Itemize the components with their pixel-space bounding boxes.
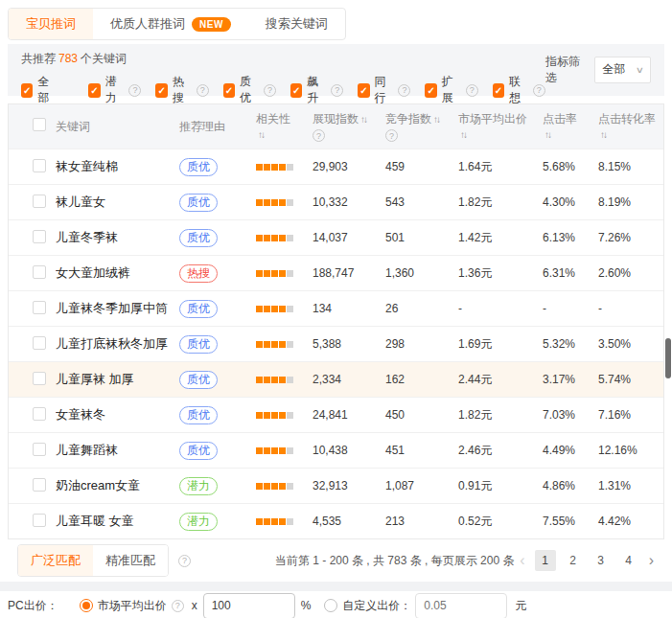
exact-match-button[interactable]: 精准匹配 [93,545,168,576]
help-icon[interactable]: ? [385,129,398,142]
radio-unselected-icon[interactable] [324,599,337,612]
help-icon[interactable]: ? [197,84,209,97]
competition-value: 213 [385,515,458,528]
filter-checkbox-item[interactable]: ✓ 扩展 ? [425,74,477,106]
keyword-count: 783 [58,52,78,65]
help-icon[interactable]: ? [533,84,545,97]
row-checkbox-cell [33,478,56,494]
custom-bid-option[interactable]: 自定义出价： [324,598,411,614]
tab-item-search-keywords[interactable]: 搜索关键词 [248,9,345,39]
page-number-list: 1 2 3 4 [535,550,639,571]
radio-selected-icon[interactable] [80,599,93,612]
broad-match-button[interactable]: 广泛匹配 [18,545,93,576]
table-row[interactable]: 儿童厚袜 加厚 质优 2,334 162 2.44元 3.17% 5.74% [9,361,663,397]
checkbox-checked-icon[interactable]: ✓ [290,83,302,98]
reason-cell: 质优 [179,371,256,389]
row-checkbox[interactable] [33,514,46,527]
market-bid-option[interactable]: 市场平均出价 ? [80,598,184,614]
table-row[interactable]: 奶油cream女童 潜力 32,913 1,087 0.91元 4.86% 1.… [9,468,663,503]
sort-icon[interactable]: ↑↓ [545,129,550,140]
checkbox-checked-icon[interactable]: ✓ [358,83,369,98]
relevance-bars [256,341,293,348]
filter-checkbox-item[interactable]: ✓ 全部 ? [21,74,74,106]
reason-tag: 潜力 [179,513,218,531]
ctr-value: 4.86% [543,479,598,492]
row-checkbox[interactable] [33,159,46,172]
filter-checkbox-item[interactable]: ✓ 飙升 ? [290,74,343,106]
relevance-bars [256,235,293,241]
tab-item-crowd-keywords[interactable]: 优质人群推词 NEW [93,9,248,39]
page-number[interactable]: 4 [618,550,639,571]
table-row[interactable]: 儿童袜冬季加厚中筒 质优 134 26 - - - [9,290,663,326]
avg-bid-value: 0.91元 [458,478,543,494]
table-row[interactable]: 女大童加绒裤 热搜 188,747 1,360 1.36元 6.31% 2.60… [9,255,663,290]
help-icon[interactable]: ? [172,600,184,612]
tab-item-product-keywords[interactable]: 宝贝推词 [9,9,93,39]
row-checkbox[interactable] [33,478,46,492]
relevance-bars [256,483,293,490]
prev-page-icon[interactable]: ‹ [517,551,527,570]
page-number[interactable]: 1 [535,550,556,571]
relevance-bars [256,412,293,419]
help-icon[interactable]: ? [264,84,276,97]
row-checkbox[interactable] [33,195,46,208]
filter-checkbox-item[interactable]: ✓ 热搜 ? [155,74,208,106]
help-icon[interactable]: ? [331,84,343,97]
impression-value: 24,841 [313,408,385,422]
market-bid-percent-input[interactable] [203,593,295,618]
table-row[interactable]: 袜儿童女 质优 10,332 543 1.82元 4.30% 8.19% [9,184,663,219]
next-page-icon[interactable]: › [646,551,657,570]
sort-icon[interactable]: ↑↓ [433,114,439,125]
select-all-checkbox[interactable] [33,118,46,131]
impression-value: 10,438 [313,444,385,457]
checkbox-checked-icon[interactable]: ✓ [493,83,504,98]
page-number[interactable]: 2 [563,550,584,571]
help-icon[interactable]: ? [178,555,191,567]
help-icon[interactable]: ? [466,84,478,97]
filter-checkbox-item[interactable]: ✓ 质优 ? [223,74,276,106]
table-row[interactable]: 女童袜冬 质优 24,841 450 1.82元 7.03% 7.16% [9,397,663,432]
row-checkbox[interactable] [33,301,46,314]
row-checkbox[interactable] [33,443,46,456]
filter-checkbox-item[interactable]: ✓ 联想 ? [493,74,545,106]
relevance-cell [256,373,313,386]
page-number[interactable]: 3 [591,550,612,571]
checkbox-checked-icon[interactable]: ✓ [88,83,100,98]
sort-icon[interactable]: ↑↓ [460,129,466,140]
table-row[interactable]: 儿童舞蹈袜 质优 10,438 451 2.46元 4.49% 12.16% [9,432,663,468]
sort-icon[interactable]: ↑↓ [360,114,366,125]
custom-bid-input[interactable] [415,593,507,618]
row-checkbox[interactable] [33,265,46,279]
sort-icon[interactable]: ↑↓ [600,129,606,140]
relevance-cell [256,444,313,457]
row-checkbox[interactable] [33,407,46,421]
table-row[interactable]: 儿童打底袜秋冬加厚 质优 5,388 298 1.69元 5.32% 3.50% [9,326,663,361]
relevance-bars [256,377,293,383]
checkbox-checked-icon[interactable]: ✓ [21,83,33,98]
scrollbar-thumb[interactable] [665,338,671,378]
help-icon[interactable]: ? [398,84,410,97]
filter-checkbox-item[interactable]: ✓ 同行 ? [358,74,410,106]
checkbox-checked-icon[interactable]: ✓ [223,83,235,98]
filter-checkbox-label: 全部 [37,74,57,106]
table-row[interactable]: 袜女童纯棉 质优 29,903 459 1.64元 5.68% 8.15% [9,149,663,184]
header-cvr-label: 点击转化率 [598,111,663,126]
checkbox-checked-icon[interactable]: ✓ [155,83,167,98]
row-checkbox[interactable] [33,372,46,385]
row-checkbox[interactable] [33,230,46,243]
metric-filter-select[interactable]: 全部 ∨ [594,57,651,83]
relevance-bars [256,306,293,312]
checkbox-checked-icon[interactable]: ✓ [425,83,436,98]
table-row[interactable]: 儿童耳暖 女童 潜力 4,535 213 0.52元 7.55% 4.42% [9,503,663,538]
table-row[interactable]: 儿童冬季袜 质优 14,037 501 1.42元 6.13% 7.26% [9,219,663,255]
help-icon[interactable]: ? [313,129,325,142]
reason-tag: 质优 [179,371,218,389]
row-checkbox[interactable] [33,336,46,350]
avg-bid-value: 2.46元 [458,443,543,459]
row-checkbox-cell [33,195,56,211]
reason-cell: 质优 [179,229,256,247]
help-icon[interactable]: ? [128,84,141,97]
competition-value: 459 [385,160,458,173]
sort-icon[interactable]: ↑↓ [258,129,264,140]
filter-checkbox-item[interactable]: ✓ 潜力 ? [88,74,141,106]
